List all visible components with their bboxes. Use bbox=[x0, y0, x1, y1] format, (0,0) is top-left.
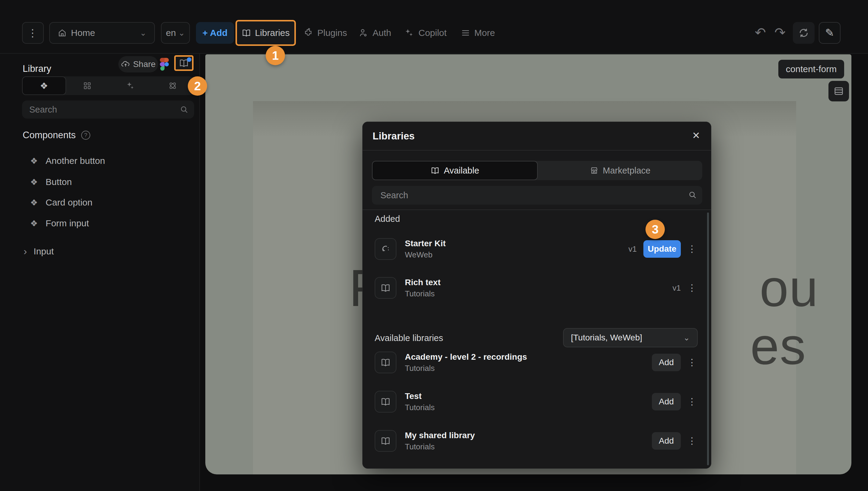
sidebar-title: Library bbox=[23, 63, 51, 74]
close-icon: ✕ bbox=[692, 130, 700, 141]
plugins-button[interactable]: Plugins bbox=[303, 22, 347, 44]
libraries-button-label: Libraries bbox=[255, 28, 289, 38]
tab-ai[interactable] bbox=[109, 76, 151, 95]
filter-value: [Tutorials, WeWeb] bbox=[571, 333, 642, 343]
added-section-label: Added bbox=[375, 214, 400, 224]
book-icon bbox=[381, 283, 391, 293]
library-row-test: Test Tutorials Add ⋮ bbox=[375, 391, 697, 412]
copilot-button[interactable]: Copilot bbox=[404, 22, 447, 44]
row-menu-button[interactable]: ⋮ bbox=[688, 283, 697, 292]
edit-mode-button[interactable]: ✎ bbox=[819, 22, 841, 44]
annotation-step-3: 3 bbox=[645, 220, 665, 239]
tab-components[interactable]: ❖ bbox=[22, 76, 66, 95]
search-icon bbox=[179, 105, 189, 114]
libraries-modal: Libraries ✕ Available Marketplace Add bbox=[362, 122, 711, 469]
plugins-label: Plugins bbox=[317, 28, 347, 38]
cloud-upload-icon bbox=[121, 61, 130, 68]
row-menu-button[interactable]: ⋮ bbox=[688, 397, 697, 406]
sidebar-view-tabs: ❖ bbox=[22, 76, 194, 95]
redo-icon: ↷ bbox=[775, 25, 786, 40]
more-button[interactable]: More bbox=[461, 22, 495, 44]
kebab-icon: ⋮ bbox=[688, 283, 697, 293]
available-section-label: Available libraries bbox=[375, 333, 443, 343]
help-icon[interactable]: ? bbox=[81, 131, 90, 140]
close-button[interactable]: ✕ bbox=[692, 130, 700, 141]
library-tile bbox=[375, 430, 396, 452]
search-icon bbox=[688, 191, 697, 200]
chevron-down-icon: ⌄ bbox=[683, 333, 690, 343]
add-library-button[interactable]: Add bbox=[652, 354, 681, 371]
browser-window-icon bbox=[834, 87, 844, 96]
main-menu-button[interactable]: ⋮ bbox=[22, 22, 44, 44]
modal-scrollbar[interactable] bbox=[707, 212, 709, 465]
redo-button[interactable]: ↷ bbox=[775, 25, 786, 40]
figma-icon bbox=[160, 57, 173, 71]
component-icon: ❖ bbox=[30, 177, 38, 187]
plugin-icon bbox=[303, 28, 313, 38]
share-button[interactable]: Share bbox=[118, 56, 158, 73]
component-icon: ❖ bbox=[30, 198, 38, 208]
figma-import-button[interactable] bbox=[160, 57, 173, 72]
row-menu-button[interactable]: ⋮ bbox=[688, 244, 697, 254]
add-library-button[interactable]: Add bbox=[652, 432, 681, 450]
component-label: Button bbox=[46, 177, 72, 187]
weweb-editor: ⋮ Home ⌄ en ⌄ + Add Libraries Plugins bbox=[0, 0, 868, 491]
library-sidebar: Library Share ❖ bbox=[0, 54, 200, 491]
row-menu-button[interactable]: ⋮ bbox=[688, 436, 697, 445]
library-tile bbox=[375, 277, 396, 299]
component-item-button[interactable]: ❖ Button bbox=[30, 174, 187, 190]
sparkles-icon bbox=[125, 81, 135, 90]
library-name: Academy - level 2 - recordings bbox=[405, 352, 527, 362]
component-item-form-input[interactable]: ❖ Form input bbox=[30, 216, 187, 231]
undo-button[interactable]: ↶ bbox=[755, 25, 766, 40]
libraries-panel-button[interactable] bbox=[174, 55, 194, 71]
page-heading-fragment: ou bbox=[760, 258, 818, 318]
blocks-icon bbox=[83, 81, 92, 90]
library-version: v1 bbox=[628, 244, 637, 254]
library-tile bbox=[375, 391, 396, 412]
add-library-button[interactable]: Add bbox=[652, 393, 681, 410]
book-icon bbox=[242, 28, 251, 37]
add-element-button[interactable]: + Add bbox=[196, 22, 234, 44]
section-overview-button[interactable] bbox=[829, 81, 849, 102]
atom-icon bbox=[168, 81, 177, 90]
kebab-icon: ⋮ bbox=[688, 244, 697, 254]
library-tile bbox=[375, 352, 396, 373]
tab-marketplace[interactable]: Marketplace bbox=[538, 161, 702, 180]
menu-lines-icon bbox=[461, 29, 470, 37]
workspace-filter-select[interactable]: [Tutorials, WeWeb] ⌄ bbox=[563, 328, 698, 347]
kebab-icon: ⋮ bbox=[688, 357, 697, 367]
page-selector-dropdown[interactable]: Home ⌄ bbox=[49, 22, 155, 44]
components-title-text: Components bbox=[23, 130, 76, 141]
loading-spinner-icon bbox=[380, 243, 391, 254]
annotation-step-1: 1 bbox=[266, 46, 285, 65]
library-controls: Add ⋮ bbox=[652, 354, 697, 371]
component-label: Card option bbox=[46, 197, 92, 208]
sync-button[interactable] bbox=[793, 22, 815, 44]
component-group-input[interactable]: › Input bbox=[24, 246, 54, 257]
divider bbox=[363, 209, 711, 210]
sidebar-search-input[interactable] bbox=[22, 100, 194, 119]
library-row-rich-text: Rich text Tutorials v1 ⋮ bbox=[375, 277, 697, 299]
component-item-another-button[interactable]: ❖ Another button bbox=[30, 153, 187, 168]
storefront-icon bbox=[590, 166, 599, 175]
page-heading-fragment: es bbox=[750, 316, 806, 376]
update-button[interactable]: Update bbox=[643, 240, 681, 258]
library-name: My shared library bbox=[405, 431, 475, 440]
row-menu-button[interactable]: ⋮ bbox=[688, 358, 697, 367]
libraries-toolbar-button[interactable]: Libraries bbox=[235, 20, 296, 46]
component-item-card-option[interactable]: ❖ Card option bbox=[30, 195, 187, 210]
tab-blocks[interactable] bbox=[66, 76, 109, 95]
library-row-academy: Academy - level 2 - recordings Tutorials… bbox=[375, 352, 697, 373]
modal-search-input[interactable] bbox=[372, 186, 702, 205]
share-label: Share bbox=[133, 59, 156, 69]
library-info: Rich text Tutorials bbox=[405, 278, 441, 298]
components-icon: ❖ bbox=[40, 81, 48, 91]
modal-header: Libraries ✕ bbox=[363, 122, 711, 151]
library-controls: v1 ⋮ bbox=[673, 283, 697, 293]
more-label: More bbox=[474, 28, 495, 38]
auth-button[interactable]: Auth bbox=[359, 22, 391, 44]
language-dropdown[interactable]: en ⌄ bbox=[161, 22, 190, 44]
tab-available[interactable]: Available bbox=[372, 161, 538, 180]
library-info: Test Tutorials bbox=[405, 392, 435, 412]
